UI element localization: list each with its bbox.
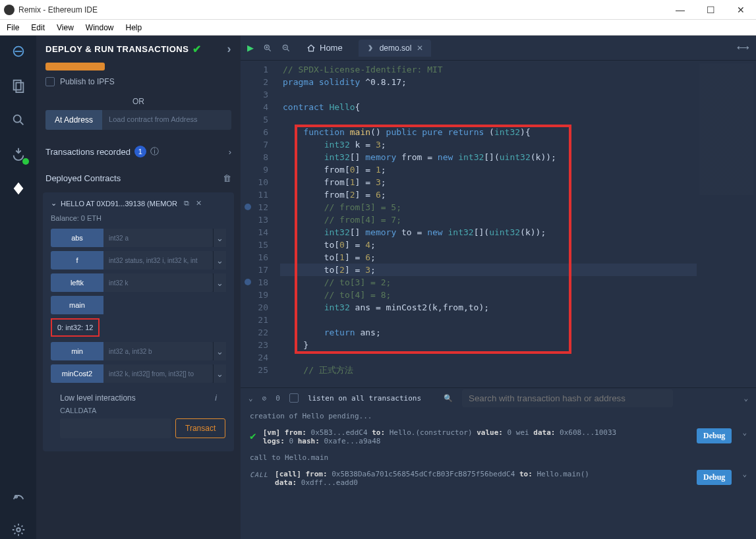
minimap[interactable] [697, 61, 756, 387]
info-icon[interactable]: i [215, 393, 217, 403]
progress-bar [45, 63, 105, 71]
function-button[interactable]: f [51, 251, 103, 270]
tx-count-badge: 1 [134, 146, 146, 157]
chevron-right-icon[interactable]: › [227, 42, 232, 56]
debug-button[interactable]: Debug [697, 470, 732, 485]
terminal: ⌄ ⊘ 0 listen on all transactions 🔍 ⌄ cre… [241, 387, 756, 539]
svg-line-4 [20, 122, 23, 125]
chevron-right-icon[interactable]: › [229, 147, 231, 157]
function-args-input[interactable]: int32 k, int32[] from, int32[] to [103, 364, 213, 383]
file-tab[interactable]: demo.sol ✕ [359, 40, 432, 57]
close-icon[interactable]: ✕ [196, 199, 202, 208]
remix-logo-icon[interactable] [9, 42, 28, 61]
function-args-input[interactable]: int32 a, int32 b [103, 342, 213, 360]
svg-line-12 [287, 49, 289, 51]
panel-title: DEPLOY & RUN TRANSACTIONS [45, 44, 189, 54]
deployed-label: Deployed Contracts [45, 173, 121, 183]
function-args-input[interactable]: int32 status, int32 i, int32 k, int [103, 251, 213, 270]
function-row-abs: absint32 a⌄ [51, 229, 226, 247]
trash-icon[interactable]: 🗑 [223, 173, 231, 183]
chevron-down-icon[interactable]: ⌄ [742, 428, 747, 437]
svg-point-6 [16, 528, 20, 532]
menubar: File Edit View Window Help [0, 20, 756, 36]
svg-rect-1 [13, 80, 20, 90]
chevron-down-icon[interactable]: ⌄ [213, 229, 226, 247]
gear-icon[interactable] [9, 521, 28, 539]
listen-checkbox[interactable] [289, 393, 299, 403]
calldata-input[interactable] [60, 418, 171, 438]
debug-button[interactable]: Debug [697, 428, 732, 443]
search-icon[interactable] [9, 111, 28, 129]
publish-checkbox[interactable] [45, 77, 55, 86]
function-button[interactable]: minCost2 [51, 364, 103, 383]
chevron-down-icon[interactable]: ⌄ [743, 394, 748, 403]
expand-icon[interactable]: ⟷ [737, 43, 749, 53]
close-tab-icon[interactable]: ✕ [417, 43, 423, 53]
balance-label: Balance: 0 ETH [51, 214, 226, 222]
terminal-entry[interactable]: CALL [call] from: 0x5B38Da6a701c568545dC… [250, 470, 747, 487]
chevron-down-icon[interactable]: ⌄ [213, 364, 226, 383]
chevron-down-icon[interactable]: ⌄ [213, 273, 226, 292]
terminal-search-input[interactable] [462, 389, 673, 407]
info-icon[interactable]: ⓘ [150, 146, 159, 157]
play-icon[interactable]: ▶ [247, 43, 254, 53]
or-label: OR [36, 97, 241, 106]
minimize-button[interactable]: — [665, 0, 695, 20]
chevron-down-icon[interactable]: ⌄ [213, 251, 226, 270]
menu-window[interactable]: Window [86, 23, 114, 32]
function-button[interactable]: abs [51, 229, 103, 247]
function-button[interactable]: min [51, 342, 103, 360]
menu-help[interactable]: Help [126, 23, 142, 32]
menu-file[interactable]: File [7, 23, 19, 32]
file-explorer-icon[interactable] [9, 76, 28, 95]
deploy-icon[interactable] [9, 179, 28, 198]
settings-icon[interactable] [9, 486, 28, 505]
terminal-line: call to Hello.main [250, 453, 747, 462]
call-icon: CALL [250, 471, 268, 478]
tab-label: demo.sol [380, 43, 412, 53]
window-title: Remix - Ethereum IDE [18, 5, 665, 14]
function-args-input[interactable]: int32 a [103, 229, 213, 247]
line-gutter[interactable]: 1234567891011121314151617181920212223242… [241, 61, 280, 387]
menu-edit[interactable]: Edit [31, 23, 45, 32]
svg-point-3 [13, 115, 20, 123]
function-row-leftk: leftkint32 k⌄ [51, 273, 226, 292]
compiler-icon[interactable] [9, 145, 28, 163]
solidity-icon [366, 44, 374, 52]
zoom-out-icon[interactable] [281, 43, 291, 53]
contract-card: ⌄ HELLO AT 0XD91...39138 (MEMOR ⧉ ✕ Bala… [43, 192, 234, 451]
function-button[interactable]: leftk [51, 273, 103, 292]
transact-button[interactable]: Transact [175, 418, 225, 438]
check-icon: ✔ [250, 430, 256, 442]
copy-icon[interactable]: ⧉ [184, 199, 189, 208]
function-args-input[interactable]: int32 k [103, 273, 213, 292]
menu-view[interactable]: View [57, 23, 74, 32]
chevron-down-icon[interactable]: ⌄ [248, 394, 253, 403]
code-editor[interactable]: // SPDX-License-Identifier: MITpragma so… [280, 61, 697, 387]
zoom-in-icon[interactable] [263, 43, 272, 53]
pending-count: 0 [276, 394, 280, 403]
app-icon [4, 5, 15, 15]
close-button[interactable]: ✕ [726, 0, 756, 20]
editor-toolbar: ▶ Home demo.sol ✕ ⟷ [241, 36, 756, 61]
deploy-panel: DEPLOY & RUN TRANSACTIONS ✔ › Publish to… [36, 36, 241, 539]
main-result: 0: int32: 12 [51, 318, 100, 337]
chevron-down-icon[interactable]: ⌄ [742, 470, 747, 478]
publish-label: Publish to IPFS [60, 77, 115, 86]
chevron-down-icon[interactable]: ⌄ [213, 342, 226, 360]
at-address-button[interactable]: At Address [45, 110, 102, 130]
maximize-button[interactable]: ☐ [695, 0, 726, 20]
function-row-main: main [51, 296, 226, 314]
function-row-minCost2: minCost2int32 k, int32[] from, int32[] t… [51, 364, 226, 383]
search-icon[interactable]: 🔍 [444, 394, 453, 403]
function-button[interactable]: main [51, 296, 103, 314]
home-tab[interactable]: Home [300, 43, 349, 53]
svg-rect-2 [16, 82, 23, 92]
tx-recorded-label: Transactions recorded [45, 147, 131, 157]
address-input[interactable]: Load contract from Address [102, 110, 231, 130]
clear-icon[interactable]: ⊘ [262, 394, 267, 403]
titlebar: Remix - Ethereum IDE — ☐ ✕ [0, 0, 756, 20]
terminal-entry[interactable]: ✔ [vm] from: 0x5B3...eddC4 to: Hello.(co… [250, 428, 747, 445]
chevron-down-icon[interactable]: ⌄ [51, 199, 57, 208]
editor-area: ▶ Home demo.sol ✕ ⟷ 12345678910111213141… [241, 36, 756, 539]
